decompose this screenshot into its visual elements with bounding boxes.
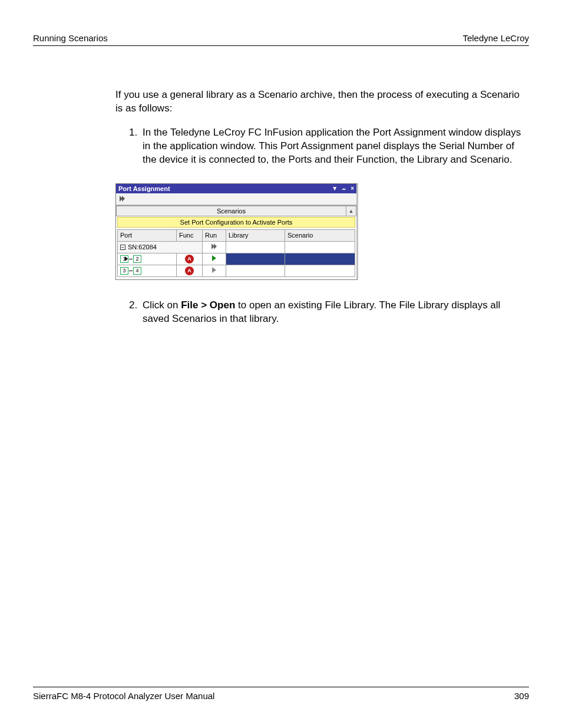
pin-icon[interactable]: ⫠: [341, 186, 347, 192]
port-box-2: 2: [133, 255, 141, 263]
step-1: In the Teledyne LeCroy FC InFusion appli…: [140, 126, 529, 167]
close-icon[interactable]: ×: [351, 186, 354, 192]
col-run[interactable]: Run: [203, 229, 226, 241]
port-cell: 34: [118, 265, 177, 276]
page-header: Running Scenarios Teledyne LeCroy: [33, 33, 529, 46]
activate-ports-banner: Set Port Configuration to Activate Ports: [117, 217, 355, 228]
panel-title-controls: ▼ ⫠ ×: [332, 186, 354, 192]
col-func[interactable]: Func: [177, 229, 203, 241]
func-badge-a-icon: A: [185, 255, 194, 263]
func-cell: A: [177, 253, 203, 265]
col-port[interactable]: Port: [118, 229, 177, 241]
footer-left: SierraFC M8-4 Protocol Analyzer User Man…: [33, 691, 214, 701]
serial-number-row[interactable]: −SN:62084: [118, 241, 355, 253]
dropdown-icon[interactable]: ▼: [332, 186, 338, 192]
scenarios-header-row: Scenarios ▲: [116, 205, 356, 216]
run-cell[interactable]: [203, 241, 226, 253]
header-left: Running Scenarios: [33, 33, 108, 43]
collapse-up-button[interactable]: ▲: [346, 206, 356, 216]
play-icon[interactable]: [212, 255, 216, 261]
serial-number-cell: −SN:62084: [118, 241, 203, 253]
header-right: Teledyne LeCroy: [462, 33, 529, 43]
port-dash-icon: [129, 271, 133, 271]
current-row-caret-icon: [125, 256, 128, 261]
intro-paragraph: If you use a general library as a Scenar…: [115, 88, 529, 116]
run-all-icon[interactable]: [211, 243, 217, 249]
scenario-cell: [285, 241, 355, 253]
library-cell[interactable]: [226, 265, 285, 276]
port-assignment-panel: Port Assignment ▼ ⫠ × Scenarios ▲ Set Po…: [115, 183, 358, 280]
port-box-3: 3: [120, 267, 128, 275]
serial-number-text: SN:62084: [128, 243, 157, 251]
steps-list: In the Teledyne LeCroy FC InFusion appli…: [115, 126, 529, 167]
port-table: Port Func Run Library Scenario −SN:62084: [117, 229, 355, 277]
port-row-3-4[interactable]: 34 A: [118, 265, 355, 276]
page-footer: SierraFC M8-4 Protocol Analyzer User Man…: [33, 687, 529, 701]
scenarios-label: Scenarios: [116, 206, 346, 216]
port-dash-icon: [129, 259, 133, 259]
scenario-cell[interactable]: [285, 265, 355, 276]
figure-port-assignment: Port Assignment ▼ ⫠ × Scenarios ▲ Set Po…: [115, 183, 529, 280]
step-2-bold: File > Open: [181, 299, 235, 311]
library-cell: [226, 241, 285, 253]
step-forward-icon[interactable]: [120, 196, 125, 202]
step-2-pre: Click on: [143, 299, 181, 311]
footer-page-number: 309: [514, 691, 529, 701]
main-content: If you use a general library as a Scenar…: [33, 88, 529, 326]
tree-collapse-icon[interactable]: −: [120, 245, 125, 250]
col-library[interactable]: Library: [226, 229, 285, 241]
table-header-row: Port Func Run Library Scenario: [118, 229, 355, 241]
steps-list-cont: Click on File > Open to open an existing…: [115, 299, 529, 326]
run-cell[interactable]: [203, 265, 226, 276]
panel-toolbar: [116, 193, 356, 205]
func-cell: A: [177, 265, 203, 276]
scenario-cell[interactable]: [285, 253, 355, 265]
panel-title-text: Port Assignment: [118, 185, 170, 192]
play-icon[interactable]: [212, 267, 216, 273]
func-badge-a-icon: A: [185, 266, 194, 275]
panel-titlebar[interactable]: Port Assignment ▼ ⫠ ×: [116, 184, 356, 193]
port-cell: 12: [118, 253, 177, 265]
col-scenario[interactable]: Scenario: [285, 229, 355, 241]
step-2: Click on File > Open to open an existing…: [140, 299, 529, 326]
port-box-4: 4: [133, 267, 141, 275]
library-cell[interactable]: [226, 253, 285, 265]
run-cell[interactable]: [203, 253, 226, 265]
port-row-1-2[interactable]: 12 A: [118, 253, 355, 265]
